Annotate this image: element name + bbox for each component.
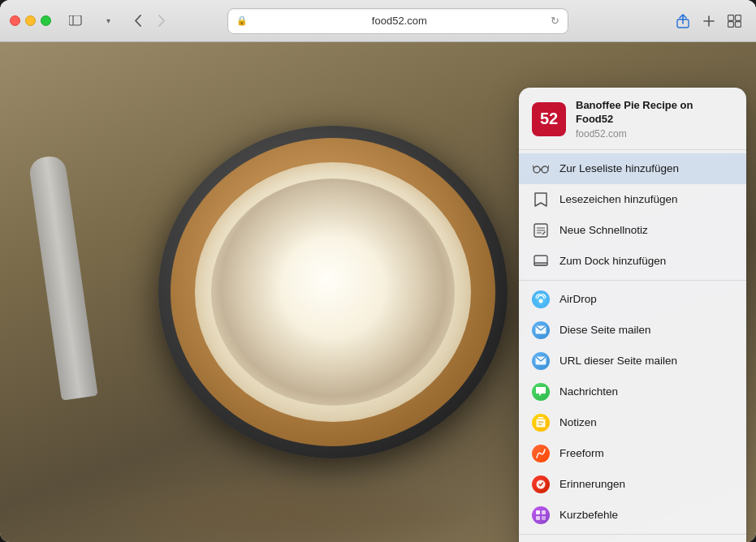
nav-buttons: [126, 10, 173, 32]
menu-item-airdrop-label: AirDrop: [559, 294, 597, 305]
spoon-decoration: [28, 154, 97, 400]
sidebar-toggle-button[interactable]: [64, 10, 87, 32]
site-title: Banoffee Pie Recipe on Food52: [576, 99, 733, 127]
menu-item-dock[interactable]: Zum Dock hinzufügen: [519, 246, 746, 277]
svg-rect-27: [536, 516, 540, 520]
menu-divider-1: [519, 280, 746, 281]
pie-cream: [195, 162, 471, 422]
menu-item-reading-list-label: Zur Leseliste hinzufügen: [559, 163, 679, 174]
menu-item-reading-list[interactable]: Zur Leseliste hinzufügen: [519, 153, 746, 184]
svg-rect-25: [536, 510, 540, 514]
menu-item-notes-label: Notizen: [559, 417, 597, 428]
airdrop-icon: [532, 290, 550, 308]
menu-item-messages-label: Nachrichten: [559, 386, 618, 398]
plate: [158, 126, 508, 458]
menu-item-messages[interactable]: Nachrichten: [519, 376, 746, 407]
menu-item-mail-url-label: URL dieser Seite mailen: [559, 355, 677, 367]
svg-rect-26: [542, 510, 546, 514]
menu-item-freeform-label: Freeform: [559, 448, 604, 459]
svg-rect-21: [537, 419, 546, 428]
menu-item-freeform[interactable]: Freeform: [519, 438, 746, 469]
menu-item-dock-label: Zum Dock hinzufügen: [559, 256, 666, 267]
site-info: Banoffee Pie Recipe on Food52 food52.com: [576, 99, 733, 140]
site-logo: 52: [532, 102, 566, 136]
forward-button[interactable]: [150, 10, 173, 32]
svg-point-18: [539, 299, 543, 303]
menu-item-reminders-label: Erinnerungen: [559, 479, 625, 490]
menu-item-bookmark[interactable]: Lesezeichen hinzufügen: [519, 184, 746, 215]
menu-item-notes[interactable]: Notizen: [519, 407, 746, 438]
mail-page-icon: [532, 321, 550, 339]
minimize-button[interactable]: [25, 15, 36, 26]
close-button[interactable]: [10, 15, 20, 26]
freeform-icon: [532, 445, 550, 462]
content-area: 52 Banoffee Pie Recipe on Food52 food52.…: [0, 42, 756, 542]
sidebar-chevron-icon[interactable]: ▾: [97, 10, 119, 32]
traffic-lights: [10, 15, 51, 26]
cocoa-dusting: [211, 179, 455, 406]
svg-rect-6: [736, 15, 741, 20]
menu-item-reminders[interactable]: Erinnerungen: [519, 469, 746, 500]
svg-rect-28: [542, 516, 546, 520]
site-url-display: food52.com: [576, 128, 733, 140]
url-display: food52.com: [253, 15, 546, 27]
svg-rect-8: [736, 21, 741, 27]
address-bar[interactable]: 🔒 food52.com ↻: [227, 8, 568, 34]
bookmark-icon: [532, 191, 550, 209]
mail-url-icon: [532, 352, 550, 370]
quicknote-icon: [532, 222, 550, 239]
browser-window: ▾ 🔒 food52.com ↻: [0, 0, 756, 542]
menu-item-shortcuts-label: Kurzbefehle: [559, 510, 618, 521]
menu-item-bookmark-label: Lesezeichen hinzufügen: [559, 194, 678, 205]
svg-rect-0: [69, 15, 81, 25]
new-tab-button[interactable]: [698, 10, 720, 32]
menu-item-quicknote[interactable]: Neue Schnellnotiz: [519, 215, 746, 246]
maximize-button[interactable]: [41, 15, 51, 26]
back-button[interactable]: [126, 10, 149, 32]
menu-item-quicknote-label: Neue Schnellnotiz: [559, 225, 648, 236]
share-menu: 52 Banoffee Pie Recipe on Food52 food52.…: [519, 88, 746, 542]
reminders-icon: [532, 475, 550, 493]
menu-footer: Erweiterungen bearbeiten ...: [519, 538, 746, 542]
menu-item-mail-page-label: Diese Seite mailen: [559, 325, 651, 336]
menu-divider-2: [519, 534, 746, 535]
menu-items-list: Zur Leseliste hinzufügen Lesezeichen hin…: [519, 150, 746, 542]
menu-header: 52 Banoffee Pie Recipe on Food52 food52.…: [519, 88, 746, 150]
notes-icon: [532, 414, 550, 432]
glasses-icon: [532, 160, 550, 178]
menu-item-mail-page[interactable]: Diese Seite mailen: [519, 315, 746, 346]
svg-rect-7: [728, 21, 734, 27]
tab-overview-button[interactable]: [724, 10, 746, 32]
shortcuts-icon: [532, 506, 550, 524]
toolbar-right-actions: [672, 10, 746, 32]
share-button[interactable]: [672, 10, 694, 32]
menu-item-shortcuts[interactable]: Kurzbefehle: [519, 500, 746, 531]
security-icon: 🔒: [236, 15, 248, 26]
reload-button[interactable]: ↻: [551, 15, 559, 27]
dock-icon: [532, 252, 550, 270]
svg-point-9: [534, 166, 540, 173]
svg-rect-5: [728, 15, 734, 20]
menu-item-airdrop[interactable]: AirDrop: [519, 284, 746, 315]
pie-crust: [171, 138, 495, 446]
messages-icon: [532, 383, 550, 401]
menu-item-mail-url[interactable]: URL dieser Seite mailen: [519, 346, 746, 376]
svg-point-10: [542, 166, 548, 173]
browser-toolbar: ▾ 🔒 food52.com ↻: [0, 0, 756, 42]
